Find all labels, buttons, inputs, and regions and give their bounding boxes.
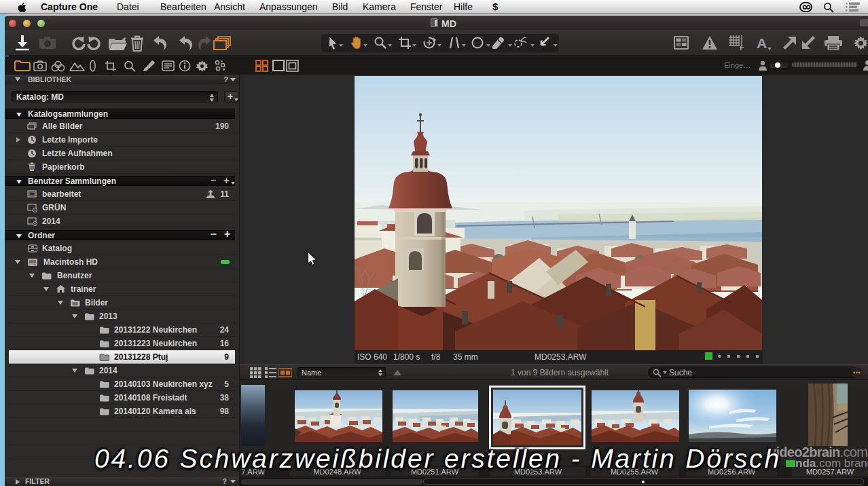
svg-text:A: A <box>757 35 767 51</box>
